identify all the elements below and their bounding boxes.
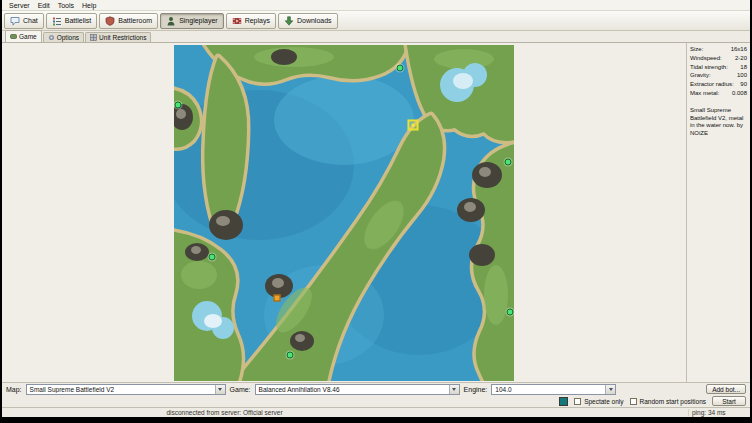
battleroom-icon [105, 16, 115, 26]
replays-icon [232, 16, 242, 26]
chevron-down-icon[interactable] [605, 385, 615, 394]
start-position-marker[interactable] [507, 308, 514, 315]
random-start-checkbox[interactable] [630, 398, 637, 405]
map-label: Map: [6, 386, 22, 393]
ping-status: ping: 34 ms [688, 409, 750, 416]
tab-replays[interactable]: Replays [226, 13, 276, 29]
chevron-down-icon[interactable] [449, 385, 459, 394]
downloads-icon [284, 16, 294, 26]
connection-status: disconnected from server: Official serve… [2, 409, 447, 416]
spectate-only-label: Spectate only [584, 398, 623, 405]
info-value: 90 [740, 81, 747, 89]
tab-options-label: Options [57, 34, 79, 41]
main-content: Size: 16x16 Windspeed: 2-20 Tidal streng… [2, 43, 750, 382]
desktop-background: { "menu": { "items": ["Server", "Edit", … [0, 0, 752, 423]
info-value: 0.008 [732, 90, 747, 98]
unit-restrictions-tab-icon [90, 34, 97, 41]
info-value: 100 [737, 72, 747, 80]
info-row-tidal: Tidal strength: 18 [690, 64, 747, 72]
selectors-row: Map: Small Supreme Battlefield V2 Game: … [2, 382, 750, 395]
engine-select[interactable]: 104.0 [491, 384, 616, 395]
engine-select-value: 104.0 [492, 386, 605, 393]
info-row-extractor: Extractor radius: 90 [690, 81, 747, 89]
map-select-value: Small Supreme Battlefield V2 [27, 386, 215, 393]
main-toolbar: Chat Battlelist Battleroom Singleplayer … [2, 11, 750, 31]
status-bar: disconnected from server: Official serve… [2, 407, 750, 417]
battlelist-icon [52, 16, 62, 26]
spectate-only-checkbox[interactable] [574, 398, 581, 405]
menu-edit[interactable]: Edit [34, 2, 54, 9]
menu-server[interactable]: Server [5, 2, 34, 9]
tab-chat-label: Chat [23, 17, 38, 24]
tab-chat[interactable]: Chat [4, 13, 44, 29]
info-label: Extractor radius: [690, 81, 734, 89]
tab-options[interactable]: Options [43, 32, 84, 42]
info-row-size: Size: 16x16 [690, 46, 747, 54]
lobby-window: Server Edit Tools Help Chat Battlelist B… [2, 0, 750, 417]
info-label: Gravity: [690, 72, 711, 80]
tab-singleplayer[interactable]: Singleplayer [160, 13, 224, 29]
tab-unit-restrictions-label: Unit Restrictions [99, 34, 146, 41]
start-button[interactable]: Start [712, 396, 746, 406]
options-row: Spectate only Random start positions Sta… [2, 395, 750, 407]
tab-battleroom[interactable]: Battleroom [99, 13, 158, 29]
info-row-maxmetal: Max metal: 0.008 [690, 90, 747, 98]
info-value: 16x16 [731, 46, 747, 54]
engine-label: Engine: [464, 386, 488, 393]
start-position-marker[interactable] [209, 253, 216, 260]
menu-tools[interactable]: Tools [54, 2, 78, 9]
singleplayer-icon [166, 16, 176, 26]
map-terrain-svg [174, 45, 514, 381]
tab-battleroom-label: Battleroom [118, 17, 152, 24]
info-label: Windspeed: [690, 55, 722, 63]
game-select-value: Balanced Annihilation V8.46 [256, 386, 449, 393]
map-canvas[interactable] [174, 45, 514, 381]
tab-downloads[interactable]: Downloads [278, 13, 338, 29]
random-start-group: Random start positions [630, 398, 706, 405]
info-label: Max metal: [690, 90, 719, 98]
player-color-swatch[interactable] [559, 397, 568, 406]
info-value: 2-20 [735, 55, 747, 63]
game-tab-icon [10, 33, 17, 40]
tab-game[interactable]: Game [5, 30, 42, 42]
map-area [2, 43, 686, 382]
tab-game-label: Game [19, 33, 37, 40]
map-description: Small Supreme Battlefield V2, metal in t… [690, 107, 747, 138]
tab-battlelist-label: Battlelist [65, 17, 91, 24]
start-position-marker[interactable] [397, 64, 404, 71]
start-position-marker[interactable] [408, 119, 419, 130]
start-position-marker[interactable] [287, 351, 294, 358]
tab-unit-restrictions[interactable]: Unit Restrictions [85, 32, 151, 42]
tab-downloads-label: Downloads [297, 17, 332, 24]
options-tab-icon [48, 34, 55, 41]
info-label: Size: [690, 46, 703, 54]
map-select[interactable]: Small Supreme Battlefield V2 [26, 384, 226, 395]
info-value: 18 [740, 64, 747, 72]
info-label: Tidal strength: [690, 64, 728, 72]
start-position-marker[interactable] [175, 101, 182, 108]
random-start-label: Random start positions [640, 398, 706, 405]
add-bot-button[interactable]: Add bot... [706, 384, 746, 394]
tab-singleplayer-label: Singleplayer [179, 17, 218, 24]
chevron-down-icon[interactable] [215, 385, 225, 394]
menu-help[interactable]: Help [78, 2, 100, 9]
start-position-marker[interactable] [505, 158, 512, 165]
game-select[interactable]: Balanced Annihilation V8.46 [255, 384, 460, 395]
info-row-gravity: Gravity: 100 [690, 72, 747, 80]
info-row-windspeed: Windspeed: 2-20 [690, 55, 747, 63]
chat-icon [10, 16, 20, 26]
spectate-only-group: Spectate only [574, 398, 623, 405]
tab-replays-label: Replays [245, 17, 270, 24]
tab-battlelist[interactable]: Battlelist [46, 13, 97, 29]
menu-bar: Server Edit Tools Help [2, 0, 750, 11]
map-info-panel: Size: 16x16 Windspeed: 2-20 Tidal streng… [686, 43, 750, 382]
singleplayer-tabrow: Game Options Unit Restrictions [2, 31, 750, 43]
start-position-marker[interactable] [274, 294, 281, 301]
game-label: Game: [230, 386, 251, 393]
